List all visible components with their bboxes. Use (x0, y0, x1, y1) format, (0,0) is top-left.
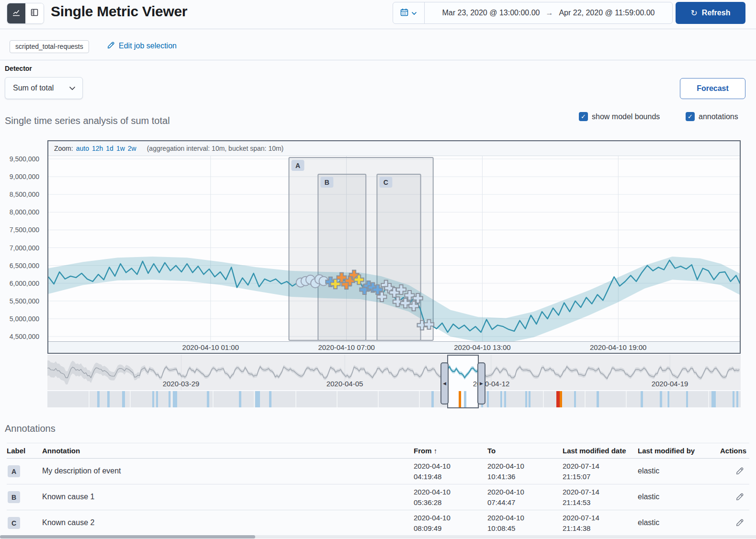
pencil-icon (736, 493, 744, 503)
column-header-from[interactable]: From ↑ (414, 447, 437, 455)
x-axis-label: 2020-04-10 19:00 (590, 343, 646, 351)
forecast-button[interactable]: Forecast (680, 78, 745, 99)
edit-annotation-button[interactable] (734, 492, 745, 503)
annotation-row-C[interactable]: C Known cause 2 2020-04-1008:09:49 2020-… (7, 510, 749, 536)
swimlane-anomaly-cell-blue[interactable] (597, 391, 599, 407)
swimlane-anomaly-cell-blue[interactable] (152, 391, 154, 407)
chart-view-button[interactable] (7, 3, 25, 23)
swimlane-anomaly-cell-blue[interactable] (733, 391, 734, 407)
swimlane-anomaly-cell-red[interactable] (556, 391, 560, 407)
y-axis-label: 9,000,000 (10, 173, 39, 180)
zoom-option-2w[interactable]: 2w (128, 145, 136, 152)
annotations-section-title: Annotations (5, 423, 56, 434)
pencil-icon (736, 467, 744, 477)
swimlane-tick (378, 391, 379, 407)
swimlane-anomaly-cell-blue[interactable] (736, 391, 738, 407)
job-selection-badge[interactable]: scripted_total-requests (10, 40, 89, 53)
swimlane-anomaly-cell-blue[interactable] (574, 391, 576, 407)
refresh-icon: ↻ (691, 8, 698, 18)
swimlane-anomaly-cell-blue[interactable] (686, 391, 688, 407)
edit-annotation-button[interactable] (734, 517, 745, 529)
swimlane-anomaly-cell-blue[interactable] (711, 391, 716, 407)
swimlane-anomaly-cell-blue[interactable] (660, 391, 662, 407)
edit-job-selection-label: Edit job selection (119, 42, 177, 50)
swimlane-anomaly-cell-blue[interactable] (504, 391, 506, 407)
swimlane-anomaly-cell-blue[interactable] (487, 391, 489, 407)
time-series-svg[interactable]: ABC (48, 156, 740, 341)
checkbox-checked-icon[interactable]: ✓ (579, 112, 588, 121)
annotations-checkbox-row[interactable]: ✓ annotations (686, 112, 738, 121)
annotation-to: 2020-04-1007:44:47 (487, 487, 524, 508)
column-header-to[interactable]: To (487, 447, 496, 455)
annotation-row-B[interactable]: B Known cause 1 2020-04-1005:36:28 2020-… (7, 484, 749, 510)
x-axis-label: 2020-04-10 01:00 (182, 343, 239, 351)
checkbox-checked-icon[interactable]: ✓ (686, 112, 695, 121)
column-header-last-modified-date[interactable]: Last modified date (563, 447, 626, 455)
line-chart-icon (12, 8, 21, 19)
swimlane-anomaly-cell-blue[interactable] (207, 391, 209, 407)
horizontal-scrollbar-thumb[interactable] (0, 535, 255, 539)
swimlane-anomaly-cell-blue[interactable] (255, 391, 260, 407)
edit-job-selection-link[interactable]: Edit job selection (107, 41, 177, 51)
annotation-region-B (318, 174, 366, 340)
zoom-option-1w[interactable]: 1w (116, 145, 125, 152)
main-chart: Zoom: auto12h1d1w2w (aggregation interva… (47, 140, 741, 354)
annotation-row-A[interactable]: A My description of event 2020-04-1004:1… (7, 459, 749, 484)
zoom-links: auto12h1d1w2w (76, 145, 139, 152)
time-series-plot[interactable]: ABC (48, 156, 740, 341)
detector-select[interactable]: Sum of total (5, 77, 83, 99)
context-axis-label: 2020-04-19 (652, 380, 688, 388)
zoom-option-1d[interactable]: 1d (106, 145, 113, 152)
brush-handle-right[interactable]: ▶ (477, 362, 485, 404)
brush-handle-left[interactable]: ◀ (440, 362, 449, 404)
swimlane-anomaly-cell-blue[interactable] (641, 391, 643, 407)
y-axis-label: 7,000,000 (10, 244, 39, 252)
page-title: Single Metric Viewer (51, 3, 187, 20)
annotation-from: 2020-04-1008:09:49 (414, 513, 451, 534)
show-model-bounds-checkbox-row[interactable]: ✓ show model bounds (579, 112, 660, 121)
y-axis-label: 5,000,000 (10, 315, 39, 323)
date-to[interactable]: Apr 22, 2020 @ 11:59:00.00 (559, 9, 654, 17)
swimlane-tick (626, 391, 627, 407)
annotation-description: Known cause 1 (42, 493, 94, 501)
x-axis-label: 2020-04-10 07:00 (318, 343, 374, 351)
column-header-last-modified-by[interactable]: Last modified by (638, 447, 695, 455)
swimlane-anomaly-cell-blue[interactable] (173, 391, 177, 407)
swimlane-anomaly-cell-blue[interactable] (269, 391, 271, 407)
context-axis-label: 2020-03-29 (163, 380, 200, 388)
date-range-display[interactable]: Mar 23, 2020 @ 13:00:00.00 → Apr 22, 202… (425, 2, 672, 23)
swimlane-anomaly-cell-blue[interactable] (239, 391, 241, 407)
swimlane-anomaly-cell-blue[interactable] (97, 391, 100, 407)
swimlane-anomaly-cell-blue[interactable] (156, 391, 158, 407)
swimlane-tick (295, 391, 296, 407)
swimlane-anomaly-cell-blue[interactable] (529, 391, 530, 407)
single-metric-viewer-page: Single Metric Viewer Mar 23, 2020 @ 13:0… (0, 0, 756, 539)
annotation-region-label: B (325, 179, 329, 186)
annotation-from: 2020-04-1004:19:48 (414, 461, 451, 482)
calendar-menu-button[interactable] (393, 2, 425, 23)
zoom-option-auto[interactable]: auto (76, 145, 89, 152)
swimlane-anomaly-cell-blue[interactable] (500, 391, 502, 407)
swimlane-anomaly-cell-orange[interactable] (560, 391, 562, 407)
swimlane-anomaly-cell-blue[interactable] (431, 391, 434, 407)
date-from[interactable]: Mar 23, 2020 @ 13:00:00.00 (442, 9, 540, 17)
swimlane-tick (213, 391, 214, 407)
swimlane-anomaly-cell-blue[interactable] (169, 391, 170, 407)
grid-view-button[interactable] (25, 3, 44, 23)
refresh-button[interactable]: ↻ Refresh (676, 2, 745, 24)
annotation-from: 2020-04-1005:36:28 (414, 487, 451, 508)
chevron-down-icon (69, 84, 76, 92)
context-chart[interactable]: 2020-03-292020-04-052020-04-122020-04-19… (47, 355, 741, 408)
swimlane-tick (585, 391, 586, 407)
swimlane-anomaly-cell-blue[interactable] (667, 391, 669, 407)
annotation-region-C (377, 174, 420, 340)
swimlane-anomaly-cell-blue[interactable] (525, 391, 527, 407)
zoom-option-12h[interactable]: 12h (92, 145, 103, 152)
column-header-actions: Actions (720, 447, 746, 455)
swimlane-anomaly-cell-blue[interactable] (107, 391, 110, 407)
refresh-label: Refresh (702, 9, 731, 17)
annotation-description: Known cause 2 (42, 518, 94, 527)
edit-annotation-button[interactable] (734, 466, 745, 477)
swimlane-anomaly-cell-blue[interactable] (122, 391, 125, 407)
annotation-modified-date: 2020-07-1421:14:38 (563, 513, 599, 534)
